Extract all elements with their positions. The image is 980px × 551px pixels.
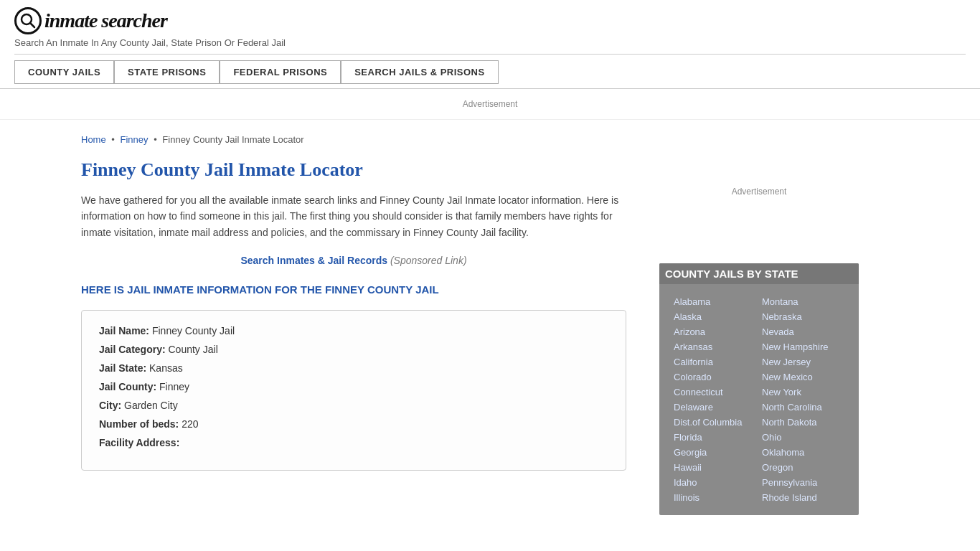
states-grid: AlabamaAlaskaArizonaArkansasCaliforniaCo… [671,294,847,505]
sponsored-link-area: Search Inmates & Jail Records (Sponsored… [81,255,626,266]
sidebar-ad: Advertisement [659,134,859,249]
sponsored-link[interactable]: Search Inmates & Jail Records [240,255,387,266]
jail-state-value: Kansas [149,362,183,374]
state-link-new-york[interactable]: New York [759,385,847,400]
state-link-arizona[interactable]: Arizona [671,324,759,339]
state-link-delaware[interactable]: Delaware [671,400,759,415]
jail-name-row: Jail Name: Finney County Jail [99,325,608,336]
state-link-alabama[interactable]: Alabama [671,294,759,309]
svg-line-1 [31,24,35,28]
state-link-california[interactable]: California [671,354,759,369]
state-link-north-carolina[interactable]: North Carolina [759,400,847,415]
description: We have gathered for you all the availab… [81,192,626,240]
logo-icon [14,7,42,34]
jail-address-label: Facility Address: [99,437,179,448]
state-link-arkansas[interactable]: Arkansas [671,339,759,354]
ad-banner: Advertisement [0,89,980,120]
jail-category-value: County Jail [168,344,217,355]
state-link-new-hampshire[interactable]: New Hampshire [759,339,847,354]
state-link-hawaii[interactable]: Hawaii [671,460,759,475]
state-link-idaho[interactable]: Idaho [671,475,759,490]
jail-category-row: Jail Category: County Jail [99,344,608,355]
nav-county-jails[interactable]: COUNTY JAILS [14,60,114,84]
logo-text: inmate searcher [44,9,167,32]
tagline: Search An Inmate In Any County Jail, Sta… [14,37,966,48]
nav-federal-prisons[interactable]: FEDERAL PRISONS [220,60,341,84]
state-link-illinois[interactable]: Illinois [671,490,759,505]
state-link-new-jersey[interactable]: New Jersey [759,354,847,369]
info-box: Jail Name: Finney County Jail Jail Categ… [81,310,626,471]
state-link-connecticut[interactable]: Connecticut [671,385,759,400]
jail-county-label: Jail County: [99,381,156,392]
jail-state-label: Jail State: [99,362,146,374]
jail-city-value: Garden City [124,400,178,411]
jail-city-row: City: Garden City [99,400,608,411]
jail-beds-row: Number of beds: 220 [99,418,608,430]
nav: COUNTY JAILS STATE PRISONS FEDERAL PRISO… [14,54,966,84]
jails-by-state-box: COUNTY JAILS BY STATE AlabamaAlaskaArizo… [659,263,859,515]
state-link-colorado[interactable]: Colorado [671,369,759,385]
sidebar: Advertisement COUNTY JAILS BY STATE Alab… [648,120,870,529]
jail-county-row: Jail County: Finney [99,381,608,392]
breadcrumb-sep2: • [154,134,157,145]
breadcrumb-sep1: • [111,134,115,145]
jail-county-value: Finney [159,381,189,392]
state-link-oregon[interactable]: Oregon [759,460,847,475]
state-link-florida[interactable]: Florida [671,430,759,445]
content: Home • Finney • Finney County Jail Inmat… [60,120,648,529]
states-left-col: AlabamaAlaskaArizonaArkansasCaliforniaCo… [671,294,759,505]
jail-beds-label: Number of beds: [99,418,179,430]
state-link-rhode-island[interactable]: Rhode Island [759,490,847,505]
jail-state-row: Jail State: Kansas [99,362,608,374]
jail-name-label: Jail Name: [99,325,149,336]
jail-name-value: Finney County Jail [152,325,235,336]
state-link-montana[interactable]: Montana [759,294,847,309]
state-link-north-dakota[interactable]: North Dakota [759,415,847,430]
state-link-dist.of-columbia[interactable]: Dist.of Columbia [671,415,759,430]
state-link-oklahoma[interactable]: Oklahoma [759,445,847,460]
state-link-nevada[interactable]: Nevada [759,324,847,339]
state-link-pennsylvania[interactable]: Pennsylvania [759,475,847,490]
jails-by-state-title: COUNTY JAILS BY STATE [659,263,859,284]
nav-state-prisons[interactable]: STATE PRISONS [114,60,220,84]
logo-area: inmate searcher [14,7,966,34]
breadcrumb-home[interactable]: Home [81,134,106,145]
state-link-new-mexico[interactable]: New Mexico [759,369,847,385]
jail-city-label: City: [99,400,121,411]
state-link-georgia[interactable]: Georgia [671,445,759,460]
jail-info-heading: HERE IS JAIL INMATE INFORMATION FOR THE … [81,283,626,296]
jail-beds-value: 220 [182,418,198,430]
state-link-ohio[interactable]: Ohio [759,430,847,445]
header: inmate searcher Search An Inmate In Any … [0,0,980,89]
jail-address-row: Facility Address: [99,437,608,448]
page-title: Finney County Jail Inmate Locator [81,159,626,181]
state-link-nebraska[interactable]: Nebraska [759,309,847,324]
breadcrumb: Home • Finney • Finney County Jail Inmat… [81,134,626,145]
jail-category-label: Jail Category: [99,344,166,355]
main-layout: Home • Finney • Finney County Jail Inmat… [60,120,920,529]
sponsored-note: (Sponsored Link) [390,255,467,266]
breadcrumb-finney[interactable]: Finney [121,134,149,145]
state-link-alaska[interactable]: Alaska [671,309,759,324]
states-right-col: MontanaNebraskaNevadaNew HampshireNew Je… [759,294,847,505]
nav-search-jails-prisons[interactable]: SEARCH JAILS & PRISONS [341,60,498,84]
breadcrumb-current: Finney County Jail Inmate Locator [162,134,303,145]
